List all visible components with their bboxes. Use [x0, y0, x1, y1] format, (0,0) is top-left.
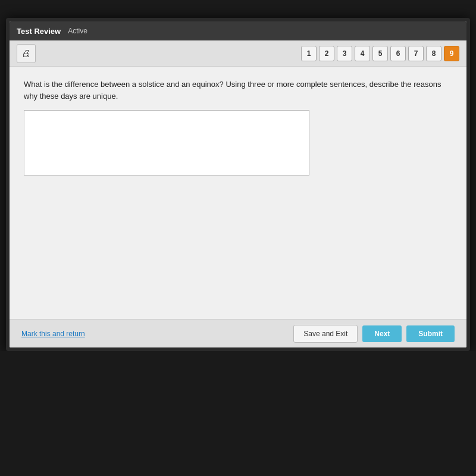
q-num-5[interactable]: 5	[372, 46, 388, 61]
q-num-9[interactable]: 9	[444, 46, 459, 61]
q-num-8[interactable]: 8	[426, 46, 441, 61]
mark-return-link[interactable]: Mark this and return	[21, 330, 85, 338]
q-num-7[interactable]: 7	[408, 46, 424, 61]
action-buttons: Save and Exit Next Submit	[293, 325, 455, 343]
page-title: Test Review	[17, 27, 61, 36]
save-exit-button[interactable]: Save and Exit	[293, 325, 358, 343]
submit-button[interactable]: Submit	[406, 325, 455, 342]
status-badge: Active	[68, 27, 87, 35]
screen-wrapper: Test Review Active 🖨 1 2 3 4	[6, 18, 470, 351]
screen-content: Test Review Active 🖨 1 2 3 4	[10, 21, 466, 347]
print-icon: 🖨	[21, 48, 31, 59]
question-text: What is the difference between a solstic…	[24, 79, 452, 102]
q-num-6[interactable]: 6	[390, 46, 406, 61]
bottom-dark-area	[0, 351, 476, 476]
print-button[interactable]: 🖨	[17, 44, 36, 63]
question-number-nav: 1 2 3 4 5 6 7	[301, 46, 459, 61]
q-num-3[interactable]: 3	[337, 46, 352, 61]
action-bar: Mark this and return Save and Exit Next …	[10, 319, 466, 347]
q-num-2[interactable]: 2	[319, 46, 334, 61]
answer-input[interactable]	[24, 110, 309, 176]
nav-bar: 🖨 1 2 3 4 5 6	[10, 40, 466, 67]
main-content: What is the difference between a solstic…	[10, 67, 466, 319]
q-num-4[interactable]: 4	[355, 46, 370, 61]
top-bar: Test Review Active	[10, 21, 466, 40]
next-button[interactable]: Next	[362, 325, 402, 342]
q-num-1[interactable]: 1	[301, 46, 317, 61]
